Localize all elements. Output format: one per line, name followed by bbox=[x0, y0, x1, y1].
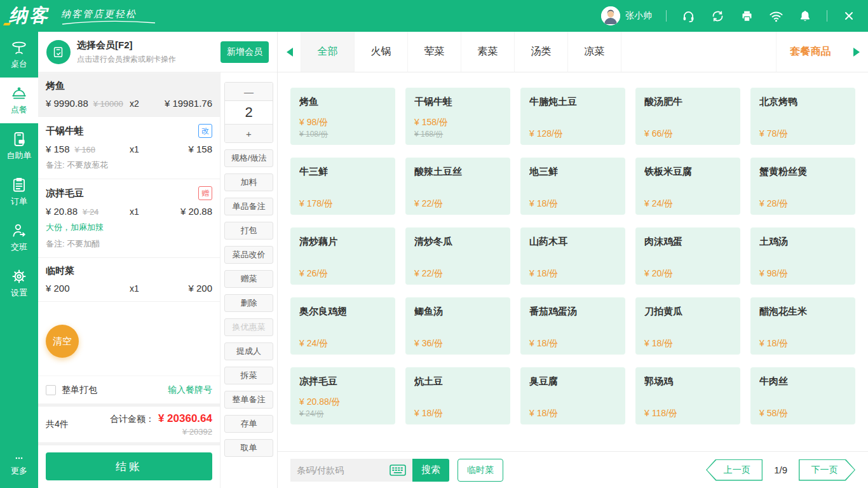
menu-card-price: ¥ 118/份 bbox=[644, 408, 731, 419]
menu-card[interactable]: 清炒藕片 ¥ 26/份 bbox=[290, 227, 395, 285]
menu-card[interactable]: 清炒冬瓜 ¥ 22/份 bbox=[405, 227, 510, 285]
keyboard-icon[interactable] bbox=[390, 464, 406, 476]
sidebar-item-ordering[interactable]: 点餐 bbox=[0, 78, 38, 123]
category-tab[interactable]: 火锅 bbox=[354, 32, 408, 72]
menu-card[interactable]: 土鸡汤 ¥ 98/份 bbox=[750, 227, 855, 285]
action-button[interactable]: 换优惠菜 bbox=[224, 318, 273, 336]
menu-card[interactable]: 醋泡花生米 ¥ 18/份 bbox=[750, 297, 855, 355]
tab-combo-products[interactable]: 套餐商品 bbox=[776, 32, 844, 72]
add-member-button[interactable]: 新增会员 bbox=[220, 41, 269, 63]
sync-icon[interactable] bbox=[710, 8, 725, 24]
menu-card-price: ¥ 128/份 bbox=[529, 128, 616, 140]
menu-card[interactable]: 番茄鸡蛋汤 ¥ 18/份 bbox=[520, 297, 625, 355]
action-button[interactable]: 存单 bbox=[224, 415, 273, 433]
sidebar-item-more[interactable]: 更多 bbox=[0, 446, 38, 484]
printer-icon[interactable] bbox=[739, 8, 754, 24]
search-button[interactable]: 搜索 bbox=[412, 459, 449, 482]
menu-card[interactable]: 刀拍黄瓜 ¥ 18/份 bbox=[635, 297, 740, 355]
action-button[interactable]: 赠菜 bbox=[224, 270, 273, 288]
member-select-area[interactable]: 选择会员[F2] 点击进行会员搜索或刷卡操作 新增会员 bbox=[38, 32, 277, 72]
support-headset-icon[interactable] bbox=[681, 8, 696, 24]
action-button-label: 单品备注 bbox=[233, 201, 266, 212]
chevron-left-icon bbox=[287, 48, 293, 57]
menu-card-name: 臭豆腐 bbox=[529, 376, 616, 388]
menu-card[interactable]: 牛肉丝 ¥ 58/份 bbox=[750, 367, 855, 424]
menu-card[interactable]: 酸汤肥牛 ¥ 66/份 bbox=[635, 88, 740, 145]
menu-card[interactable]: 山药木耳 ¥ 18/份 bbox=[520, 227, 625, 285]
menu-card[interactable]: 酸辣土豆丝 ¥ 22/份 bbox=[405, 158, 510, 215]
pack-whole-order-checkbox[interactable] bbox=[46, 385, 56, 395]
order-item[interactable]: 临时菜 ¥ 200 x1 ¥ 200 bbox=[38, 258, 220, 302]
shift-icon bbox=[11, 222, 27, 239]
action-button-label: 赠菜 bbox=[241, 273, 257, 285]
menu-card[interactable]: 炕土豆 ¥ 18/份 bbox=[405, 367, 510, 424]
action-button[interactable]: 单品备注 bbox=[224, 198, 273, 215]
category-tab[interactable]: 凉菜 bbox=[567, 32, 621, 72]
quantity-plus-button[interactable]: + bbox=[225, 125, 273, 142]
action-button[interactable]: 拆菜 bbox=[224, 367, 273, 384]
next-page-button[interactable]: 下一页 bbox=[799, 459, 855, 481]
menu-card-prices: ¥ 18/份 bbox=[529, 198, 616, 210]
menu-card-prices: ¥ 20/份 bbox=[644, 268, 731, 280]
tagline-swoosh bbox=[61, 20, 156, 25]
order-item[interactable]: 干锅牛蛙 改 ¥ 158 ¥ 168 x1 ¥ 158 备注: 不要放葱花 bbox=[38, 117, 220, 179]
menu-card[interactable]: 鲫鱼汤 ¥ 36/份 bbox=[405, 297, 510, 355]
checkout-button[interactable]: 结账 bbox=[46, 452, 212, 480]
sidebar-item-settings[interactable]: 设置 bbox=[0, 261, 38, 306]
menu-card[interactable]: 烤鱼 ¥ 98/份 ¥ 108/份 bbox=[290, 88, 395, 145]
action-button[interactable]: 规格/做法 bbox=[224, 149, 273, 167]
menu-card-name: 地三鲜 bbox=[529, 166, 616, 178]
action-button[interactable]: 整单备注 bbox=[224, 391, 273, 409]
menu-card[interactable]: 臭豆腐 ¥ 18/份 bbox=[520, 367, 625, 424]
quantity-minus-button[interactable]: — bbox=[225, 83, 273, 100]
category-tab[interactable]: 荤菜 bbox=[407, 32, 461, 72]
sidebar-item-self-order[interactable]: 自助单 bbox=[0, 123, 38, 169]
action-button[interactable]: 取单 bbox=[224, 439, 273, 457]
category-tab[interactable]: 素菜 bbox=[461, 32, 515, 72]
order-item[interactable]: 烤鱼 ¥ 9990.88 ¥ 10000 x2 ¥ 19981.76 bbox=[38, 73, 220, 117]
menu-card[interactable]: 北京烤鸭 ¥ 78/份 bbox=[750, 88, 855, 145]
app-logo: 纳客 bbox=[9, 3, 50, 29]
quantity-stepper: — 2 + bbox=[224, 82, 273, 143]
sidebar-item-shift[interactable]: 交班 bbox=[0, 215, 38, 261]
clear-order-button[interactable]: 清空 bbox=[46, 325, 79, 358]
order-item-badge[interactable]: 赠 bbox=[198, 186, 212, 200]
menu-card-price: ¥ 22/份 bbox=[414, 198, 501, 210]
order-item[interactable]: 凉拌毛豆 赠 ¥ 20.88 ¥ 24 x1 ¥ 20.88 大份，加麻加辣 备… bbox=[38, 179, 220, 258]
menu-card[interactable]: 铁板米豆腐 ¥ 24/份 bbox=[635, 158, 740, 215]
wifi-icon[interactable] bbox=[768, 8, 783, 24]
menu-card[interactable]: 郭场鸡 ¥ 118/份 bbox=[635, 367, 740, 424]
temp-dish-button[interactable]: 临时菜 bbox=[458, 459, 503, 482]
sidebar-item-orders[interactable]: 订单 bbox=[0, 169, 38, 215]
menu-card[interactable]: 奥尔良鸡翅 ¥ 24/份 bbox=[290, 297, 395, 355]
user-chip[interactable]: 张小帅 bbox=[601, 6, 652, 25]
menu-card[interactable]: 肉沫鸡蛋 ¥ 20/份 bbox=[635, 227, 740, 285]
prev-page-button[interactable]: 上一页 bbox=[706, 459, 763, 481]
menu-card[interactable]: 地三鲜 ¥ 18/份 bbox=[520, 158, 625, 215]
action-button[interactable]: 删除 bbox=[224, 294, 273, 312]
order-item-note: 备注: 不要加醋 bbox=[46, 238, 212, 250]
menu-card[interactable]: 凉拌毛豆 ¥ 20.88/份 ¥ 24/份 bbox=[290, 367, 395, 424]
barcode-input[interactable] bbox=[297, 465, 384, 475]
enter-table-number-link[interactable]: 输入餐牌号 bbox=[168, 384, 212, 396]
action-button[interactable]: 打包 bbox=[224, 222, 273, 240]
sidebar-item-tables[interactable]: 桌台 bbox=[0, 32, 38, 78]
order-item-name: 烤鱼 bbox=[46, 80, 65, 92]
menu-card[interactable]: 蟹黄粉丝煲 ¥ 28/份 bbox=[750, 158, 855, 215]
menu-card-price: ¥ 26/份 bbox=[299, 268, 386, 280]
menu-card[interactable]: 牛三鲜 ¥ 178/份 bbox=[290, 158, 395, 215]
close-icon[interactable] bbox=[841, 8, 857, 24]
order-item-badge[interactable]: 改 bbox=[198, 124, 212, 138]
menu-card[interactable]: 干锅牛蛙 ¥ 158/份 ¥ 168/份 bbox=[405, 88, 510, 145]
category-tab[interactable]: 汤类 bbox=[514, 32, 568, 72]
tabs-scroll-right-button[interactable] bbox=[844, 32, 868, 72]
action-button[interactable]: 提成人 bbox=[224, 342, 273, 360]
action-button[interactable]: 菜品改价 bbox=[224, 246, 273, 264]
action-button[interactable]: 加料 bbox=[224, 173, 273, 191]
category-tab[interactable]: 全部 bbox=[301, 32, 355, 72]
action-button-label: 整单备注 bbox=[233, 394, 266, 405]
menu-card[interactable]: 牛腩炖土豆 ¥ 128/份 bbox=[520, 88, 625, 145]
tabs-scroll-left-button[interactable] bbox=[278, 32, 301, 72]
cloche-icon bbox=[11, 85, 27, 102]
bell-icon[interactable] bbox=[797, 8, 813, 24]
